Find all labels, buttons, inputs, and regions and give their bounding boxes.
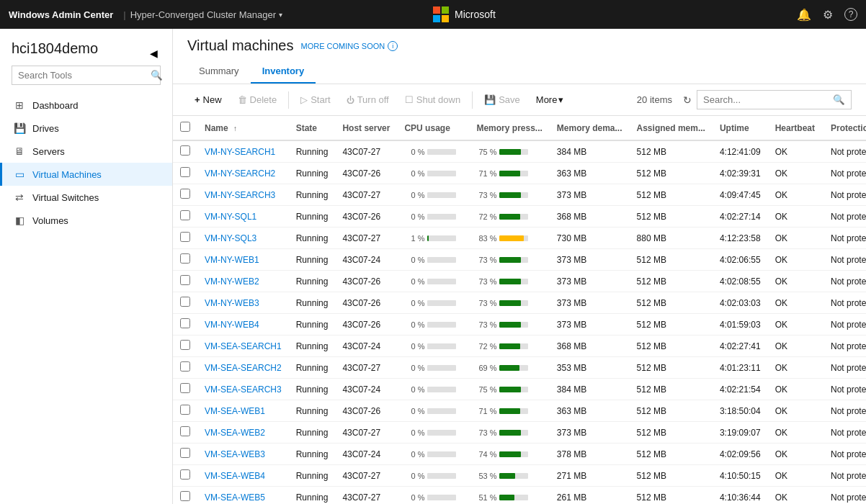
table-row: VM-SEA-SEARCH2 Running 43C07-27 0 % 69 %… [173,357,866,379]
sidebar-search-button[interactable]: 🔍 [145,66,169,84]
row-checkbox-cell[interactable] [173,336,197,357]
row-checkbox[interactable] [180,340,190,350]
row-checkbox[interactable] [180,167,190,177]
more-coming-badge[interactable]: MORE COMING SOON i [300,41,398,51]
vm-name-link[interactable]: VM-NY-SEARCH3 [205,190,275,200]
col-header-mem-assigned[interactable]: Assigned mem... [630,116,713,140]
sidebar-item-servers[interactable]: 🖥 Servers [0,140,172,163]
vm-name-link[interactable]: VM-NY-SEARCH2 [205,168,275,179]
col-header-cpu[interactable]: CPU usage [397,116,469,140]
sort-asc-icon: ↑ [233,125,237,132]
vm-name-cell: VM-NY-SQL1 [197,206,289,228]
row-checkbox-cell[interactable] [173,465,197,487]
sidebar-search-input[interactable] [12,66,145,84]
app-name-label[interactable]: Hyper-Converged Cluster Manager ▾ [130,9,282,20]
row-checkbox[interactable] [180,383,190,393]
row-checkbox-cell[interactable] [173,422,197,444]
vm-name-link[interactable]: VM-NY-WEB2 [205,276,259,287]
row-checkbox[interactable] [180,318,190,328]
row-checkbox-cell[interactable] [173,206,197,228]
toolbar-search-input[interactable] [697,91,827,109]
vm-name-link[interactable]: VM-SEA-SEARCH2 [205,363,282,373]
row-checkbox-cell[interactable] [173,184,197,206]
row-checkbox[interactable] [180,145,190,156]
select-all-header[interactable] [173,116,197,140]
sidebar-item-virtual-machines[interactable]: ▭ Virtual Machines [0,163,172,186]
sidebar-item-label: Servers [32,146,65,157]
new-button[interactable]: + New [187,91,229,109]
vm-name-link[interactable]: VM-SEA-WEB2 [205,428,265,438]
row-checkbox-cell[interactable] [173,163,197,184]
row-checkbox[interactable] [180,491,190,501]
row-checkbox-cell[interactable] [173,271,197,292]
row-checkbox-cell[interactable] [173,444,197,465]
settings-icon[interactable]: ⚙ [823,8,833,22]
row-checkbox[interactable] [180,361,190,372]
notification-icon[interactable]: 🔔 [797,8,811,22]
vm-name-link[interactable]: VM-SEA-SEARCH1 [205,341,282,351]
refresh-button[interactable]: ↻ [679,91,695,109]
mem-press-bar [499,171,528,176]
row-checkbox-cell[interactable] [173,487,197,505]
vm-name-link[interactable]: VM-NY-WEB1 [205,255,259,265]
vm-cpu-cell: 0 % [397,163,469,184]
sidebar-item-virtual-switches[interactable]: ⇄ Virtual Switches [0,186,172,209]
sidebar-item-volumes[interactable]: ◧ Volumes [0,209,172,232]
vm-name-link[interactable]: VM-NY-WEB3 [205,298,259,308]
vm-name-link[interactable]: VM-SEA-WEB3 [205,449,265,459]
vm-name-link[interactable]: VM-NY-SEARCH1 [205,147,275,157]
row-checkbox-cell[interactable] [173,400,197,422]
col-header-host[interactable]: Host server [335,116,397,140]
col-header-protection[interactable]: Protection... [823,116,866,140]
sidebar-item-dashboard[interactable]: ⊞ Dashboard [0,94,172,117]
help-icon[interactable]: ? [844,8,857,21]
row-checkbox[interactable] [180,297,190,307]
save-button[interactable]: 💾 Save [477,91,527,109]
vm-table-body: VM-NY-SEARCH1 Running 43C07-27 0 % 75 % … [173,140,866,504]
row-checkbox[interactable] [180,405,190,415]
row-checkbox[interactable] [180,275,190,285]
shut-down-button[interactable]: ☐ Shut down [398,91,468,109]
toolbar-search-button[interactable]: 🔍 [827,91,851,109]
col-header-state[interactable]: State [289,116,336,140]
vm-cpu-cell: 0 % [397,184,469,206]
vm-name-link[interactable]: VM-SEA-WEB5 [205,492,265,503]
row-checkbox[interactable] [180,232,190,242]
turn-off-button[interactable]: ⏻ Turn off [339,91,396,109]
row-checkbox[interactable] [180,253,190,264]
row-checkbox[interactable] [180,426,190,436]
select-all-checkbox[interactable] [180,122,190,132]
row-checkbox[interactable] [180,210,190,220]
row-checkbox[interactable] [180,189,190,199]
col-header-mem-demand[interactable]: Memory dema... [550,116,630,140]
vm-name-link[interactable]: VM-SEA-SEARCH3 [205,384,282,395]
tab-summary[interactable]: Summary [187,60,251,84]
row-checkbox-cell[interactable] [173,314,197,336]
delete-button[interactable]: 🗑 Delete [231,91,285,109]
col-header-heartbeat[interactable]: Heartbeat [768,116,823,140]
sidebar-item-drives[interactable]: 💾 Drives [0,117,172,140]
vm-name-link[interactable]: VM-NY-WEB4 [205,320,259,330]
row-checkbox-cell[interactable] [173,228,197,249]
vm-heartbeat-cell: OK [768,314,823,336]
cpu-bar [427,495,456,500]
collapse-sidebar-button[interactable]: ◀ [147,45,161,62]
row-checkbox-cell[interactable] [173,379,197,400]
col-header-mem-press[interactable]: Memory press... [469,116,549,140]
col-header-name[interactable]: Name ↑ [197,116,289,140]
vm-uptime-cell: 4:02:27:14 [713,206,768,228]
row-checkbox-cell[interactable] [173,249,197,271]
tab-inventory[interactable]: Inventory [251,60,316,84]
vm-name-link[interactable]: VM-NY-SQL1 [205,212,256,222]
col-header-uptime[interactable]: Uptime [713,116,768,140]
start-button[interactable]: ▷ Start [293,91,337,109]
more-button[interactable]: More ▾ [529,91,571,109]
vm-name-link[interactable]: VM-SEA-WEB4 [205,471,265,481]
vm-name-link[interactable]: VM-SEA-WEB1 [205,406,265,416]
row-checkbox-cell[interactable] [173,292,197,314]
vm-name-link[interactable]: VM-NY-SQL3 [205,233,256,243]
row-checkbox[interactable] [180,448,190,458]
row-checkbox[interactable] [180,469,190,480]
row-checkbox-cell[interactable] [173,140,197,163]
row-checkbox-cell[interactable] [173,357,197,379]
